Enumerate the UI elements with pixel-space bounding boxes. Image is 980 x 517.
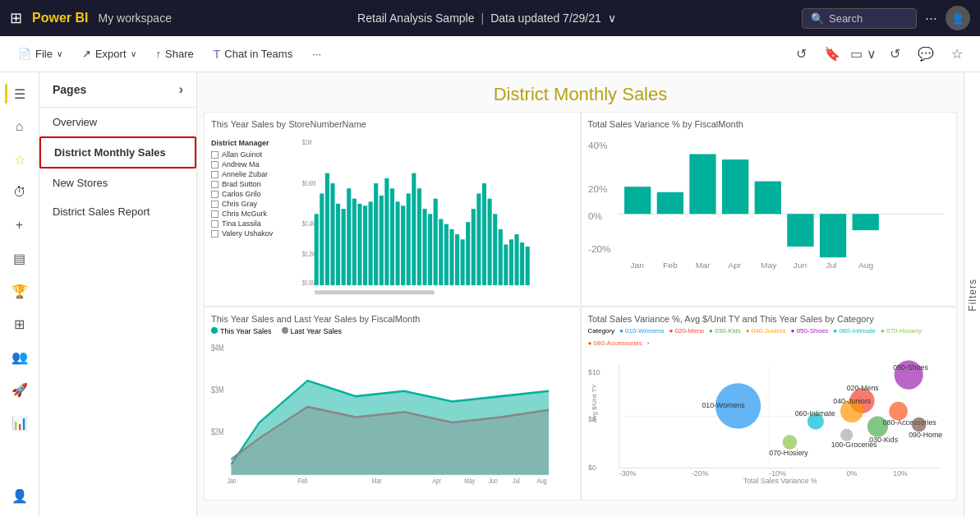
sidebar-home-icon[interactable]: ⌂	[5, 112, 35, 141]
more-toolbar-button[interactable]: ···	[304, 44, 329, 64]
legend-checkbox[interactable]	[211, 161, 219, 168]
svg-text:20%: 20%	[588, 184, 608, 193]
svg-rect-52	[656, 192, 683, 214]
svg-text:Jun: Jun	[793, 261, 807, 270]
dropdown-arrow-icon[interactable]: ∨	[608, 12, 616, 25]
pages-panel: Pages › Overview District Monthly Sales …	[39, 72, 197, 517]
legend-checkbox[interactable]	[211, 230, 219, 238]
file-button[interactable]: 📄 File ∨	[10, 44, 71, 64]
district-manager-label: District Manager	[211, 139, 301, 147]
sidebar-clock-icon[interactable]: ⏱	[5, 178, 35, 207]
legend-checkbox[interactable]	[211, 151, 219, 159]
bookmark-button[interactable]: 🔖	[819, 41, 845, 67]
legend-checkbox[interactable]	[211, 171, 219, 178]
app-grid-icon[interactable]: ⊞	[10, 9, 22, 27]
svg-text:010-Womens: 010-Womens	[702, 401, 745, 409]
page-item-district-monthly[interactable]: District Monthly Sales	[39, 136, 196, 168]
export-button[interactable]: ↗ Export ∨	[74, 44, 145, 64]
teams-icon: T	[214, 48, 221, 61]
refresh-button[interactable]: ↺	[788, 41, 814, 67]
svg-text:Mar: Mar	[372, 477, 382, 485]
svg-rect-8	[330, 183, 334, 285]
svg-text:Jun: Jun	[489, 477, 498, 485]
svg-text:070-Hosiery: 070-Hosiery	[769, 449, 808, 457]
svg-rect-58	[852, 214, 878, 230]
svg-text:$1M: $1M	[302, 137, 312, 146]
reload-button[interactable]: ↺	[881, 41, 908, 67]
svg-rect-32	[461, 239, 465, 285]
comment-button[interactable]: 💬	[913, 41, 939, 67]
user-avatar[interactable]: 👤	[945, 6, 970, 30]
toolbar-right-icons: ↺ 🔖 ▭ ∨ ↺ 💬 ☆	[788, 41, 970, 67]
page-item-new-stores[interactable]: New Stores	[39, 168, 196, 197]
sidebar-star-icon[interactable]: ☆	[5, 145, 35, 174]
page-item-overview[interactable]: Overview	[39, 108, 196, 136]
line-chart-svg: $4M $3M $2M Jan Feb Mar Apr May Jun	[211, 339, 573, 486]
legend-item: Andrew Ma	[211, 160, 301, 168]
pages-header: Pages ›	[39, 72, 196, 108]
svg-rect-37	[488, 199, 492, 285]
legend-checkbox[interactable]	[211, 210, 219, 218]
search-box[interactable]: 🔍 Search	[802, 8, 917, 29]
legend-item: Allan Guinot	[211, 150, 301, 159]
svg-rect-43	[520, 242, 524, 285]
svg-text:020-Mens: 020-Mens	[846, 383, 879, 391]
share-button[interactable]: ↑ Share	[148, 44, 202, 64]
charts-grid: This Year Sales by StoreNumberName Distr…	[197, 112, 964, 507]
sidebar-trophy-icon[interactable]: 🏆	[5, 276, 35, 306]
svg-text:Feb: Feb	[298, 477, 308, 485]
legend-checkbox[interactable]	[211, 220, 219, 228]
filters-label[interactable]: Filters	[967, 279, 978, 312]
chat-in-teams-button[interactable]: T Chat in Teams	[205, 44, 301, 65]
sidebar-hamburger-icon[interactable]: ☰	[5, 79, 35, 108]
view-dropdown-button[interactable]: ▭ ∨	[850, 41, 876, 67]
svg-rect-21	[401, 205, 405, 285]
second-toolbar: 📄 File ∨ ↗ Export ∨ ↑ Share T Chat in Te…	[0, 36, 980, 72]
sidebar-plus-icon[interactable]: +	[5, 210, 35, 240]
chart4-title: Total Sales Variance %, Avg $/Unit TY an…	[588, 314, 950, 324]
more-options-icon[interactable]: ···	[925, 10, 937, 27]
legend-item: Chris Gray	[211, 200, 301, 208]
sidebar-person-icon[interactable]: 👤	[5, 481, 35, 510]
sidebar-rocket-icon[interactable]: 🚀	[5, 375, 35, 404]
left-sidebar-icons: ☰ ⌂ ☆ ⏱ + ▤ 🏆 ⊞ 👥 🚀 📊 👤	[0, 72, 39, 517]
svg-rect-35	[476, 193, 481, 285]
svg-text:-10%: -10%	[769, 469, 786, 478]
svg-text:May: May	[760, 261, 776, 270]
svg-text:0%: 0%	[846, 469, 857, 478]
search-icon: 🔍	[811, 12, 824, 25]
report-main-title: District Monthly Sales	[197, 72, 964, 112]
legend-checkbox[interactable]	[211, 201, 219, 208]
svg-text:Jan: Jan	[630, 261, 644, 270]
svg-text:10%: 10%	[893, 469, 908, 478]
svg-rect-28	[439, 219, 443, 285]
svg-text:$5: $5	[588, 414, 596, 422]
svg-text:080-Accessories: 080-Accessories	[882, 418, 936, 426]
svg-text:Total Sales Variance %: Total Sales Variance %	[743, 477, 817, 485]
svg-rect-51	[624, 187, 651, 214]
svg-text:$0.6M: $0.6M	[302, 178, 315, 187]
svg-text:May: May	[464, 477, 475, 485]
svg-rect-57	[819, 214, 845, 257]
svg-text:-30%: -30%	[619, 469, 636, 478]
favorite-button[interactable]: ☆	[944, 41, 970, 67]
svg-rect-15	[369, 201, 373, 285]
page-item-district-sales[interactable]: District Sales Report	[39, 197, 196, 226]
svg-text:Apr: Apr	[728, 261, 742, 270]
sidebar-chart-icon[interactable]: 📊	[5, 408, 35, 437]
sidebar-grid-icon[interactable]: ⊞	[5, 309, 35, 339]
chart-this-year-sales: This Year Sales by StoreNumberName Distr…	[204, 112, 581, 307]
sidebar-people-icon[interactable]: 👥	[5, 342, 35, 372]
svg-text:Feb: Feb	[663, 261, 678, 270]
search-placeholder: Search	[829, 12, 863, 25]
legend-checkbox[interactable]	[211, 191, 219, 198]
legend-checkbox[interactable]	[211, 181, 219, 188]
svg-rect-22	[407, 193, 411, 285]
pages-collapse-icon[interactable]: ›	[179, 82, 183, 97]
filters-panel[interactable]: Filters	[964, 72, 980, 517]
svg-rect-18	[384, 178, 389, 285]
workspace-label[interactable]: My workspace	[98, 12, 171, 25]
svg-rect-23	[412, 173, 416, 285]
chart3-legend: This Year Sales Last Year Sales	[211, 327, 573, 335]
sidebar-layers-icon[interactable]: ▤	[5, 243, 35, 273]
